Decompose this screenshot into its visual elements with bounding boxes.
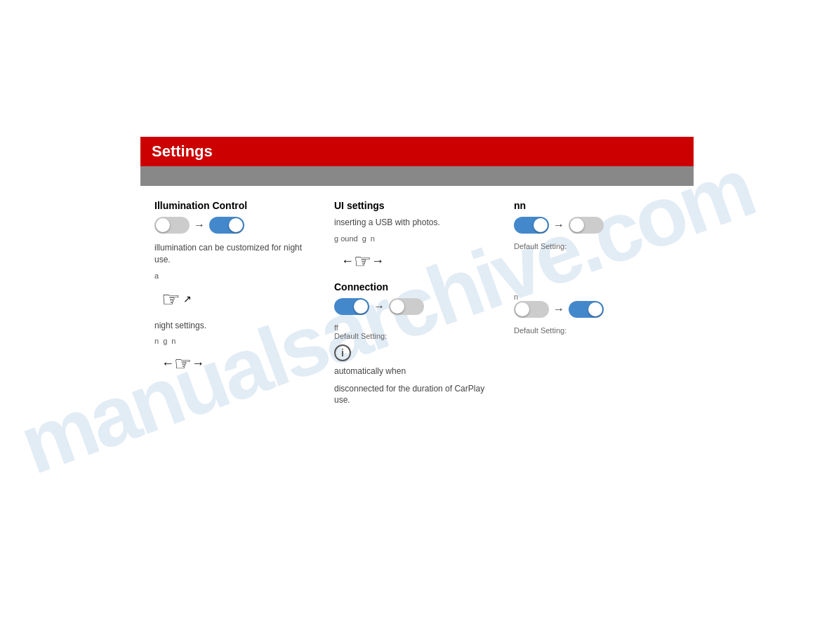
nn-knob-from1 [534,218,548,232]
page-wrapper: Settings Illumination Control → illumina… [0,0,834,454]
nn-title: nn [514,200,680,211]
gesture-a-wrapper: a ☞ ↗ [154,271,320,320]
connection-toggle-row: → [334,298,500,315]
nn-arrow2: → [553,303,564,316]
illumination-arrow: → [194,219,205,232]
illumination-title: Illumination Control [154,200,320,211]
nn-default-label1: Default Setting: [514,242,680,250]
illumination-knob-from [156,218,170,232]
hand-icon-ngn: ☞ [174,352,192,375]
nn-knob-to1 [570,218,584,232]
gesture-a-icon: ☞ ↗ [161,287,192,311]
gray-bar [140,166,694,186]
hand-icon-gound: ☞ [354,250,371,273]
connection-toggle-to[interactable] [389,298,424,315]
illumination-toggle-to[interactable] [209,217,244,234]
nn-knob-to2 [588,302,602,316]
ui-settings-title: UI settings [334,200,500,211]
illumination-toggle-row: → [154,217,320,234]
ui-settings-description: inserting a USB with photos. [334,217,500,229]
label-g2: g [362,234,366,243]
column-illumination: Illumination Control → illumination can … [147,200,327,412]
settings-header: Settings [140,137,694,166]
connection-knob-from [354,300,368,314]
nn-toggle-row2: → [514,301,680,318]
label-n3: n [371,234,375,243]
nn-toggle-from1[interactable] [514,217,549,234]
nn-toggle-row1: → [514,217,680,234]
arrow-right2: → [371,254,384,269]
nn-default-label2: Default Setting: [514,326,680,335]
arrows-a: ↗ [183,293,192,304]
n-label: n [514,293,680,301]
auto-note: automatically when [334,365,500,377]
gesture-a-arrows: ☞ ↗ [161,287,192,311]
carplay-note: disconnected for the duration of CarPlay… [334,383,500,407]
top-area [0,0,834,137]
night-settings-label: night settings. [154,320,320,332]
gesture-gound-wrapper: g ound g n ← ☞ → [334,234,500,281]
arrow-right: → [192,356,204,371]
connection-arrow: → [373,300,385,313]
arrow-left: ← [161,356,174,371]
label-g: g [163,337,167,345]
label-n1: n [154,337,159,345]
gesture-a-label: a [154,271,159,280]
illumination-knob-to [229,218,243,232]
connection-toggle-from[interactable] [334,298,369,315]
connection-title: Connection [334,281,500,293]
nn-arrow1: → [553,219,564,232]
page-title: Settings [152,142,213,161]
gesture-ngn-wrapper: n g n ← ☞ → [154,337,320,384]
gesture-ngn-icon: ← ☞ → [161,352,204,375]
gesture-gound-icon: ← ☞ → [341,250,384,273]
label-n2: n [171,337,176,345]
illumination-toggle-from[interactable] [154,217,190,234]
connection-knob-to [390,300,404,314]
nn-knob-from2 [515,302,529,316]
column-ui-connection: UI settings inserting a USB with photos.… [327,200,507,412]
column-nn: nn → Default Setting: n → [507,200,687,412]
illumination-description: illumination can be customized for night… [154,242,320,266]
gesture-gound-labels: g ound g n [334,234,375,243]
nn-toggle-from2[interactable] [514,301,549,318]
nn-toggle-to1[interactable] [569,217,604,234]
content-area: Illumination Control → illumination can … [140,186,694,426]
nn-toggle-to2[interactable] [569,301,604,318]
arrow-left2: ← [341,254,354,269]
label-g-ound: g ound [334,234,358,243]
connection-default-setting: Default Setting: [334,332,500,340]
ff-label: ff [334,323,500,332]
info-icon: i [334,344,351,361]
hand-icon-a: ☞ [161,287,180,311]
gesture-ngn-labels: n g n [154,337,176,345]
